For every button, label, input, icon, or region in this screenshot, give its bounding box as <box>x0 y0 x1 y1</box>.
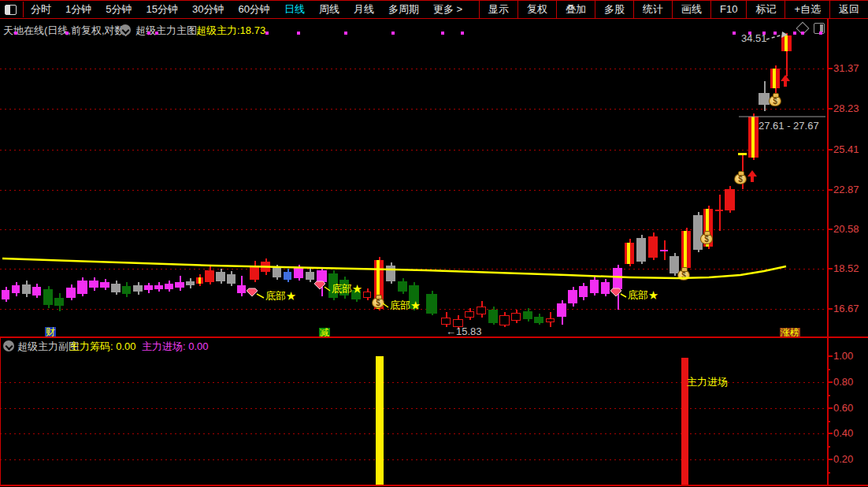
signal-dot <box>147 32 150 35</box>
candle <box>89 281 98 288</box>
candle <box>770 69 780 88</box>
low-label: ←15.83 <box>446 325 482 337</box>
bottom-signal-label: 底部★ <box>265 289 296 303</box>
candle-wick <box>719 195 721 231</box>
candle <box>237 285 246 293</box>
signal-dot <box>344 32 347 35</box>
bottom-signal-label: 底部★ <box>390 299 421 313</box>
bottom-signal-label: 底部★ <box>332 282 362 296</box>
buy-arrow-icon <box>747 170 757 182</box>
candle <box>568 290 577 303</box>
gridline <box>0 69 827 69</box>
candle <box>216 272 225 281</box>
gridline <box>0 150 827 151</box>
candle <box>579 286 588 297</box>
candle <box>186 281 195 285</box>
candle <box>557 303 566 317</box>
candle <box>294 268 303 278</box>
axis-label: 1.00 <box>833 350 853 362</box>
axis-label: 20.58 <box>833 223 859 235</box>
price-range-label: 27.61 - 27.67 <box>759 120 819 132</box>
subchart-left-border <box>0 338 1 485</box>
candle <box>715 210 723 211</box>
candle <box>738 153 747 155</box>
gridline <box>0 433 827 434</box>
candle <box>681 231 691 268</box>
candle <box>465 311 474 318</box>
moneybag-icon: $ <box>372 297 384 308</box>
candle <box>144 285 153 290</box>
signal-dot <box>793 32 796 35</box>
app-window: 分时1分钟5分钟15分钟30分钟60分钟日线周线月线多周期更多 > 显示复权叠加… <box>0 0 868 487</box>
price-axis-line <box>827 19 829 486</box>
candle <box>54 298 64 306</box>
candle <box>196 277 203 284</box>
gem-icon <box>246 288 258 297</box>
gridline <box>0 190 827 191</box>
candle <box>670 256 679 273</box>
candle <box>32 287 41 296</box>
candle <box>693 215 703 250</box>
candle <box>12 285 20 293</box>
high-label: 34.51 <box>741 32 767 44</box>
candle <box>77 281 87 294</box>
gridline <box>0 109 827 110</box>
gridline <box>0 408 827 409</box>
candle <box>590 280 599 293</box>
candle <box>601 282 610 294</box>
gem-icon <box>610 288 622 297</box>
indicator-bar-主力筹码 <box>376 356 384 485</box>
candle <box>43 289 53 305</box>
axis-label: 31.37 <box>833 62 859 74</box>
candle <box>363 292 371 298</box>
signal-dot <box>14 32 17 35</box>
candle <box>284 272 291 280</box>
signal-dot <box>801 32 804 35</box>
candle <box>636 238 646 262</box>
candle <box>398 281 407 292</box>
gridline <box>0 459 827 460</box>
axis-label: 25.41 <box>833 143 859 155</box>
signal-dot <box>461 32 464 35</box>
signal-dot <box>65 32 69 35</box>
candle <box>477 307 486 314</box>
candle <box>273 268 281 277</box>
candle <box>261 262 270 272</box>
signal-dot <box>391 32 395 35</box>
bottom-signal-label: 底部★ <box>628 288 658 303</box>
signal-dot <box>733 32 736 35</box>
signal-dot <box>819 32 822 35</box>
candle <box>306 272 314 280</box>
subchart-bottom-border <box>0 485 868 486</box>
candle <box>227 274 236 284</box>
axis-label: 0.80 <box>833 376 853 388</box>
candle <box>205 270 214 282</box>
signal-dot <box>441 32 444 35</box>
candle <box>426 294 437 314</box>
candle <box>523 311 532 319</box>
chart-layer: 31.3728.2325.4122.8720.5818.5216.67$$$$$… <box>0 0 868 487</box>
candle <box>499 315 510 325</box>
chevron-down-icon[interactable] <box>3 340 14 351</box>
candle <box>2 290 9 299</box>
axis-label: 18.52 <box>833 262 859 274</box>
gridline <box>0 269 827 270</box>
moneybag-icon: $ <box>734 173 747 184</box>
gem-icon <box>313 281 326 290</box>
candle <box>154 285 163 289</box>
candle <box>613 268 622 289</box>
axis-label: 0.20 <box>833 453 853 465</box>
candle <box>660 250 668 251</box>
bar-label: 主力进场 <box>687 375 728 389</box>
axis-label: 0.40 <box>833 427 853 439</box>
candle <box>759 93 770 105</box>
candle <box>648 236 658 258</box>
candle <box>250 266 259 280</box>
signal-dot <box>297 32 300 35</box>
axis-label: 16.67 <box>833 303 859 314</box>
candle <box>625 243 634 264</box>
panel-divider[interactable] <box>0 336 868 338</box>
candle <box>100 282 109 288</box>
moneybag-icon: $ <box>769 95 781 106</box>
candle <box>781 35 792 51</box>
